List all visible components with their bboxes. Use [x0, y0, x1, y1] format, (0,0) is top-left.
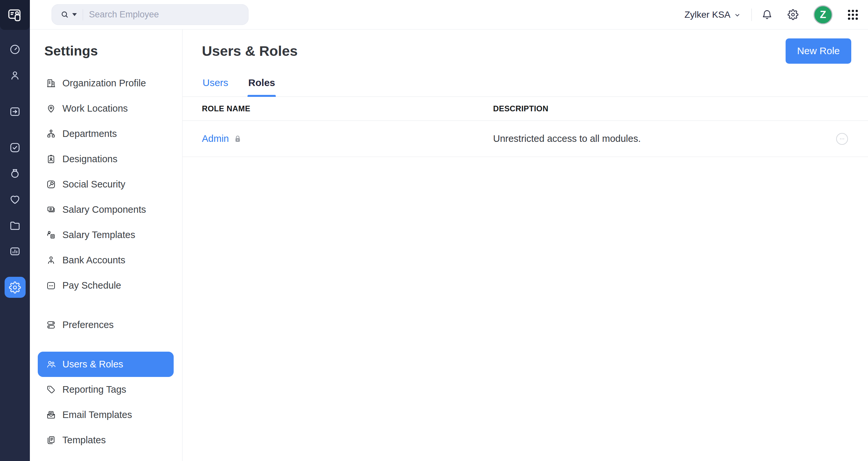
money-bag-icon	[9, 167, 21, 180]
tab-bar: UsersRoles	[183, 69, 868, 97]
ellipsis-icon	[839, 135, 845, 142]
tag-icon	[46, 385, 56, 395]
sidebar-item-organization-profile[interactable]: Organization Profile	[38, 70, 174, 96]
sidebar-item-label: Work Locations	[62, 103, 128, 114]
rail-item-pay-runs[interactable]	[5, 101, 26, 122]
settings-sidebar: Settings Organization ProfileWork Locati…	[30, 30, 183, 461]
sidebar-item-bank-accounts[interactable]: Bank Accounts	[38, 248, 174, 273]
sidebar-item-label: Salary Templates	[62, 229, 135, 240]
heart-icon	[9, 193, 21, 206]
sidebar-item-email-templates[interactable]: Email Templates	[38, 402, 174, 428]
sidebar-item-salary-components[interactable]: Salary Components	[38, 197, 174, 222]
caret-down-icon	[72, 13, 77, 16]
page-header: Users & Roles New Role	[183, 30, 868, 69]
check-square-icon	[9, 142, 21, 154]
search-scope-button[interactable]	[60, 10, 77, 19]
sidebar-item-label: Reporting Tags	[62, 384, 126, 395]
sidebar-item-label: Templates	[62, 435, 106, 445]
page-title: Users & Roles	[202, 43, 298, 59]
documents-icon	[46, 435, 56, 445]
gear-icon	[9, 281, 21, 294]
lock-icon	[233, 134, 242, 144]
sidebar-item-pay-schedule[interactable]: Pay Schedule	[38, 273, 174, 298]
sidebar-item-label: Email Templates	[62, 409, 132, 420]
app-rail	[0, 0, 30, 461]
payroll-logo-icon	[6, 6, 24, 24]
sidebar-item-social-security[interactable]: Social Security	[38, 172, 174, 197]
sidebar-item-label: Designations	[62, 154, 118, 164]
role-description: Unrestricted access to all modules.	[493, 133, 836, 144]
sidebar-item-label: Bank Accounts	[62, 255, 125, 266]
settings-nav: Organization ProfileWork LocationsDepart…	[30, 70, 182, 453]
rail-item-benefits[interactable]	[5, 189, 26, 210]
calendar-dots-icon	[46, 280, 56, 290]
row-menu-button[interactable]	[836, 133, 848, 145]
rail-item-loans[interactable]	[5, 163, 26, 184]
person-tie-icon	[46, 255, 56, 265]
search-box[interactable]	[52, 4, 249, 25]
topbar-divider	[751, 8, 752, 21]
app-logo[interactable]	[0, 0, 30, 30]
hierarchy-icon	[46, 129, 56, 139]
sidebar-item-label: Users & Roles	[62, 359, 123, 370]
sidebar-item-templates[interactable]: Templates	[38, 428, 174, 453]
rail-item-employees[interactable]	[5, 65, 26, 86]
sidebar-item-label: Social Security	[62, 179, 125, 190]
rail-item-reports[interactable]	[5, 241, 26, 262]
sidebar-item-designations[interactable]: Designations	[38, 147, 174, 172]
bell-icon	[762, 9, 772, 20]
building-icon	[46, 78, 56, 88]
toggles-icon	[46, 320, 56, 330]
main-content: Users & Roles New Role UsersRoles ROLE N…	[183, 30, 868, 461]
calendar-arrow-icon	[9, 105, 21, 118]
tab-roles[interactable]: Roles	[248, 69, 276, 96]
rail-item-dashboard[interactable]	[5, 39, 26, 60]
sidebar-item-label: Salary Components	[62, 204, 146, 215]
column-header-role-name: ROLE NAME	[202, 104, 493, 113]
folder-icon	[9, 219, 21, 232]
search-input[interactable]	[89, 9, 245, 20]
envelope-icon	[46, 410, 56, 420]
person-document-icon	[46, 230, 56, 240]
map-pin-icon	[46, 103, 56, 114]
org-switcher[interactable]: Zylker KSA	[684, 9, 741, 20]
user-avatar[interactable]: Z	[813, 5, 833, 24]
gear-icon	[787, 9, 798, 20]
users-icon	[46, 359, 56, 369]
topbar-actions: Zylker KSA Z	[684, 5, 860, 24]
table-body: Admin Unrestricted access to all modules…	[183, 121, 868, 157]
notifications-button[interactable]	[762, 9, 772, 20]
gavel-icon	[46, 179, 56, 189]
sidebar-item-salary-templates[interactable]: Salary Templates	[38, 222, 174, 248]
sidebar-item-preferences[interactable]: Preferences	[38, 312, 174, 338]
avatar-letter: Z	[820, 9, 826, 21]
sidebar-item-reporting-tags[interactable]: Reporting Tags	[38, 377, 174, 402]
chevron-down-icon	[734, 11, 741, 19]
topbar: Zylker KSA Z	[30, 0, 868, 30]
column-header-description: DESCRIPTION	[493, 104, 868, 113]
bar-chart-icon	[9, 245, 21, 257]
rail-item-settings[interactable]	[5, 277, 26, 298]
tab-users[interactable]: Users	[202, 69, 229, 96]
id-card-icon	[46, 154, 56, 164]
table-header-row: ROLE NAME DESCRIPTION	[183, 97, 868, 121]
user-icon	[9, 69, 21, 82]
rail-item-approvals[interactable]	[5, 137, 26, 158]
speedometer-icon	[9, 43, 21, 56]
sidebar-item-users-roles[interactable]: Users & Roles	[38, 352, 174, 377]
apps-grid-icon	[846, 8, 860, 21]
new-role-button[interactable]: New Role	[785, 38, 851, 64]
search-icon	[60, 10, 69, 19]
apps-launcher-button[interactable]	[846, 8, 860, 21]
rail-item-documents[interactable]	[5, 215, 26, 236]
sidebar-item-label: Pay Schedule	[62, 280, 121, 291]
sidebar-item-departments[interactable]: Departments	[38, 121, 174, 147]
sidebar-item-work-locations[interactable]: Work Locations	[38, 96, 174, 121]
settings-title: Settings	[44, 43, 182, 59]
sidebar-item-label: Departments	[62, 128, 117, 139]
role-link[interactable]: Admin	[202, 133, 229, 144]
org-name: Zylker KSA	[684, 9, 731, 20]
rail-nav	[0, 39, 30, 298]
banknote-icon	[46, 205, 56, 215]
settings-button[interactable]	[787, 9, 798, 20]
